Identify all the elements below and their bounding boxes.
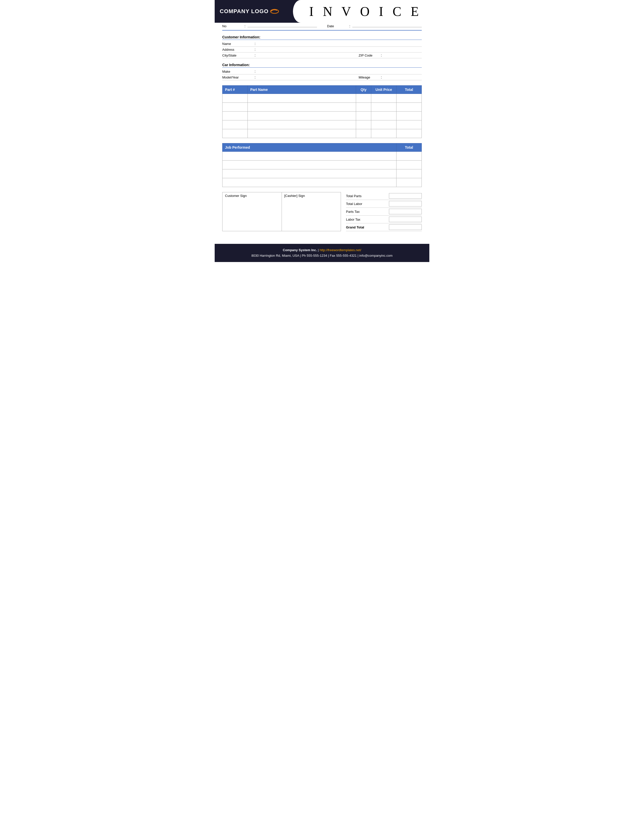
customer-sign-label: Customer Sign xyxy=(225,194,279,198)
total-parts-row: Total Parts xyxy=(346,192,422,200)
total-cell[interactable] xyxy=(396,103,422,112)
parts-col-name: Part Name xyxy=(248,85,356,94)
invoice-date-field: Date : xyxy=(327,23,422,29)
job-total-cell[interactable] xyxy=(396,178,422,187)
table-row xyxy=(222,94,422,103)
unit-price-cell[interactable] xyxy=(371,103,396,112)
total-parts-value[interactable] xyxy=(389,193,422,199)
cashier-sign-box[interactable]: [Cashier] Sign xyxy=(282,192,341,231)
company-logo: COMPANY LOGO xyxy=(220,7,279,16)
labor-tax-label: Labor Tax xyxy=(346,217,386,221)
total-cell[interactable] xyxy=(396,112,422,121)
invoice-title: I N V O I C E xyxy=(309,4,422,19)
table-row xyxy=(222,103,422,112)
no-colon: : xyxy=(245,24,245,28)
date-colon: : xyxy=(349,24,350,28)
qty-cell[interactable] xyxy=(356,121,371,129)
parts-table: Part # Part Name Qty Unit Price Total xyxy=(222,85,422,138)
make-label: Make xyxy=(222,70,253,74)
customer-info-title: Customer Information: xyxy=(222,35,422,40)
part-name-cell[interactable] xyxy=(248,129,356,138)
table-row xyxy=(222,178,422,187)
qty-cell[interactable] xyxy=(356,94,371,103)
footer-company: Company System Inc. xyxy=(283,248,317,252)
no-label: No xyxy=(222,24,242,28)
zip-field: ZIP Code : xyxy=(359,53,422,57)
city-field: City/State : xyxy=(222,53,351,57)
totals-section: Total Parts Total Labor Parts Tax Labor … xyxy=(346,192,422,231)
car-information-section: Car Information: Make : Model/Year : Mil… xyxy=(222,63,422,80)
header-title-area: I N V O I C E xyxy=(301,0,429,23)
part-num-cell[interactable] xyxy=(222,121,248,129)
parts-col-qty: Qty xyxy=(356,85,371,94)
mileage-label: Mileage xyxy=(359,76,379,79)
customer-information-section: Customer Information: Name : Address : C… xyxy=(222,35,422,58)
date-label: Date xyxy=(327,24,347,28)
job-total-cell[interactable] xyxy=(396,169,422,178)
car-model-mileage-row: Model/Year : Mileage : xyxy=(222,74,422,80)
table-row xyxy=(222,169,422,178)
total-cell[interactable] xyxy=(396,121,422,129)
part-name-cell[interactable] xyxy=(248,121,356,129)
main-content: No : Date : Customer Information: Name :… xyxy=(215,23,429,236)
part-name-cell[interactable] xyxy=(248,103,356,112)
part-num-cell[interactable] xyxy=(222,112,248,121)
car-make-row: Make : xyxy=(222,69,422,74)
grand-total-value[interactable] xyxy=(389,224,422,230)
unit-price-cell[interactable] xyxy=(371,121,396,129)
total-labor-label: Total Labor xyxy=(346,202,386,206)
parts-tax-label: Parts Tax xyxy=(346,210,386,214)
signatures-area: Customer Sign [Cashier] Sign xyxy=(222,192,341,231)
job-desc-cell[interactable] xyxy=(222,161,396,169)
zip-label: ZIP Code xyxy=(359,53,379,57)
footer-website[interactable]: http://freewordtemplates.net/ xyxy=(319,248,361,252)
header-logo-area: COMPANY LOGO xyxy=(215,0,301,23)
total-labor-row: Total Labor xyxy=(346,200,422,208)
total-parts-label: Total Parts xyxy=(346,194,386,198)
total-labor-value[interactable] xyxy=(389,201,422,206)
unit-price-cell[interactable] xyxy=(371,112,396,121)
customer-sign-box[interactable]: Customer Sign xyxy=(222,192,282,231)
customer-address-row: Address : xyxy=(222,47,422,53)
total-cell[interactable] xyxy=(396,129,422,138)
bottom-section: Customer Sign [Cashier] Sign Total Parts… xyxy=(222,192,422,231)
parts-col-price: Unit Price xyxy=(371,85,396,94)
footer-line2: 8030 Harrington Rd, Miami, USA | Ph 555-… xyxy=(220,253,424,259)
city-state-label: City/State xyxy=(222,53,253,57)
no-value[interactable] xyxy=(248,23,317,27)
part-num-cell[interactable] xyxy=(222,103,248,112)
table-row xyxy=(222,129,422,138)
job-col-job: Job Performed xyxy=(222,143,396,152)
qty-cell[interactable] xyxy=(356,129,371,138)
grand-total-label: Grand Total xyxy=(346,225,386,229)
customer-name-row: Name : xyxy=(222,41,422,47)
table-row xyxy=(222,121,422,129)
job-total-cell[interactable] xyxy=(396,152,422,161)
parts-col-part: Part # xyxy=(222,85,248,94)
unit-price-cell[interactable] xyxy=(371,94,396,103)
part-num-cell[interactable] xyxy=(222,129,248,138)
job-table: Job Performed Total xyxy=(222,143,422,187)
parts-tax-row: Parts Tax xyxy=(346,208,422,215)
part-name-cell[interactable] xyxy=(248,112,356,121)
table-row xyxy=(222,112,422,121)
labor-tax-value[interactable] xyxy=(389,217,422,222)
unit-price-cell[interactable] xyxy=(371,129,396,138)
job-desc-cell[interactable] xyxy=(222,178,396,187)
total-cell[interactable] xyxy=(396,94,422,103)
model-year-label: Model/Year xyxy=(222,76,253,79)
date-value[interactable] xyxy=(352,23,422,27)
qty-cell[interactable] xyxy=(356,112,371,121)
labor-tax-row: Labor Tax xyxy=(346,215,422,224)
qty-cell[interactable] xyxy=(356,103,371,112)
table-row xyxy=(222,152,422,161)
job-desc-cell[interactable] xyxy=(222,169,396,178)
logo-text: COMPANY LOGO xyxy=(220,8,269,14)
job-total-cell[interactable] xyxy=(396,161,422,169)
header: COMPANY LOGO I N V O I C E xyxy=(215,0,429,23)
part-num-cell[interactable] xyxy=(222,94,248,103)
table-row xyxy=(222,161,422,169)
parts-tax-value[interactable] xyxy=(389,209,422,214)
job-desc-cell[interactable] xyxy=(222,152,396,161)
part-name-cell[interactable] xyxy=(248,94,356,103)
